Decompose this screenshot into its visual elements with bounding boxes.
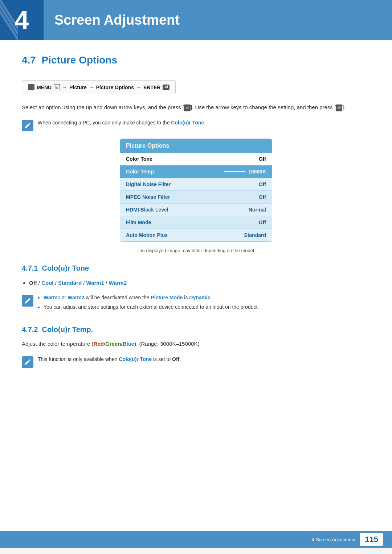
- dialog-row-digital-noise[interactable]: Digital Noise Filter Off: [120, 178, 272, 191]
- blue-label: Blue: [123, 341, 135, 347]
- green-label: Green: [105, 341, 121, 347]
- auto-motion-label: Auto Motion Plus: [126, 232, 168, 238]
- off-ref: Off: [172, 356, 179, 362]
- dynamic-note: Dynamic: [189, 295, 210, 300]
- arrow-2: →: [89, 85, 94, 90]
- film-mode-label: Film Mode: [126, 219, 151, 225]
- color-tone-highlight: Colo(u)r Tone: [171, 120, 204, 126]
- digital-noise-value: Off: [259, 181, 266, 187]
- section-number: 4.7: [22, 54, 36, 66]
- auto-motion-value: Standard: [244, 232, 266, 238]
- warm-deactivated-note: Warm1 or Warm2 will be deactivated when …: [44, 294, 259, 301]
- warm2-note: Warm2: [68, 295, 84, 300]
- warm1-note: Warm1: [44, 295, 60, 300]
- menu-label: MENU: [37, 85, 52, 90]
- menu-picture-options: Picture Options: [96, 85, 134, 90]
- pencil-note-icon: [24, 122, 31, 129]
- dialog-row-film-mode[interactable]: Film Mode Off: [120, 216, 272, 229]
- color-temp-right: 10000K: [224, 169, 266, 175]
- adjust-store-note: You can adjust and store settings for ea…: [44, 303, 259, 311]
- color-temp-slider[interactable]: [224, 171, 245, 172]
- footer-chapter-label: 4 Screen Adjustment: [312, 537, 355, 542]
- dialog-container: Picture Options Color Tone Off Color Tem…: [22, 139, 370, 242]
- footer-page-number: 115: [360, 533, 383, 546]
- hdmi-black-label: HDMI Black Level: [126, 207, 168, 213]
- color-temp-note-block: This function is only available when Col…: [22, 356, 370, 368]
- standard-option: Standard: [58, 280, 82, 286]
- dialog-row-hdmi-black[interactable]: HDMI Black Level Normal: [120, 204, 272, 216]
- chapter-title: Screen Adjustment: [44, 12, 180, 28]
- section-title: Picture Options: [42, 54, 117, 66]
- warm2-option: Warm2: [109, 280, 127, 286]
- pencil-note-icon-472: [24, 358, 31, 366]
- color-tone-ref: Colo(u)r Tone: [119, 356, 152, 362]
- dialog-row-mpeg-noise[interactable]: MPEG Noise Filter Off: [120, 191, 272, 204]
- color-tone-label: Color Tone: [126, 156, 152, 162]
- intro-text: Select an option using the up and down a…: [22, 103, 370, 112]
- note-icon-pc: [22, 120, 33, 131]
- mpeg-noise-value: Off: [259, 194, 266, 200]
- stripe-decoration: [0, 0, 18, 40]
- subsection-472-heading: 4.7.2 Colo(u)r Temp.: [22, 325, 370, 334]
- dialog-row-color-tone[interactable]: Color Tone Off: [120, 153, 272, 165]
- arrow-3: →: [136, 85, 141, 90]
- picture-options-dialog: Picture Options Color Tone Off Color Tem…: [120, 139, 272, 242]
- dialog-title: Picture Options: [120, 139, 272, 153]
- color-tone-value: Off: [259, 156, 266, 162]
- dialog-caption: The displayed image may differ depending…: [22, 248, 370, 253]
- menu-enter: ENTER: [143, 85, 160, 90]
- color-temp-note-text: This function is only available when Col…: [38, 356, 181, 363]
- section-heading: 4.7 Picture Options: [22, 54, 370, 69]
- menu-path: ⬚ MENU ⊞ → Picture → Picture Options → E…: [22, 80, 176, 94]
- chapter-number-block: 4: [0, 0, 44, 40]
- grid-icon: ⊞: [54, 84, 60, 90]
- picture-mode-note: Picture Mode: [151, 295, 183, 300]
- color-tone-options-item: Off / Cool / Standard / Warm1 / Warm2: [29, 278, 370, 288]
- color-temp-body: Adjust the color temperature (Red/Green/…: [22, 340, 370, 348]
- pc-note-text: When connecting a PC, you can only make …: [38, 119, 205, 127]
- off-option: Off: [29, 280, 37, 286]
- dialog-row-auto-motion[interactable]: Auto Motion Plus Standard: [120, 229, 272, 242]
- color-tone-notes-group: Warm1 or Warm2 will be deactivated when …: [22, 294, 370, 313]
- color-tone-options-list: Off / Cool / Standard / Warm1 / Warm2: [29, 278, 370, 288]
- chapter-banner: 4 Screen Adjustment: [0, 0, 392, 40]
- subsection-471-heading: 4.7.1 Colo(u)r Tone: [22, 264, 370, 272]
- pencil-note-icon-471: [24, 297, 31, 304]
- cool-option: Cool: [41, 280, 53, 286]
- note-icon-472: [22, 356, 33, 368]
- film-mode-value: Off: [259, 219, 266, 225]
- color-tone-notes-list: Warm1 or Warm2 will be deactivated when …: [44, 294, 259, 313]
- dialog-row-color-temp[interactable]: Color Temp. 10000K: [120, 165, 272, 178]
- enter-icon: ⏎: [163, 85, 170, 90]
- pc-note-block: When connecting a PC, you can only make …: [22, 119, 370, 131]
- mpeg-noise-label: MPEG Noise Filter: [126, 194, 170, 200]
- color-temp-value: 10000K: [248, 169, 266, 175]
- note-icon-471: [22, 295, 33, 307]
- arrow-1: →: [62, 85, 67, 90]
- hdmi-black-value: Normal: [249, 207, 266, 213]
- page-footer: 4 Screen Adjustment 115: [0, 531, 392, 548]
- menu-picture: Picture: [69, 85, 86, 90]
- red-label: Red: [94, 341, 104, 347]
- color-temp-label: Color Temp.: [126, 169, 155, 175]
- warm1-option: Warm1: [86, 280, 104, 286]
- digital-noise-label: Digital Noise Filter: [126, 181, 171, 187]
- main-content: 4.7 Picture Options ⬚ MENU ⊞ → Picture →…: [0, 40, 392, 548]
- menu-remote-icon: ⬚: [28, 84, 34, 90]
